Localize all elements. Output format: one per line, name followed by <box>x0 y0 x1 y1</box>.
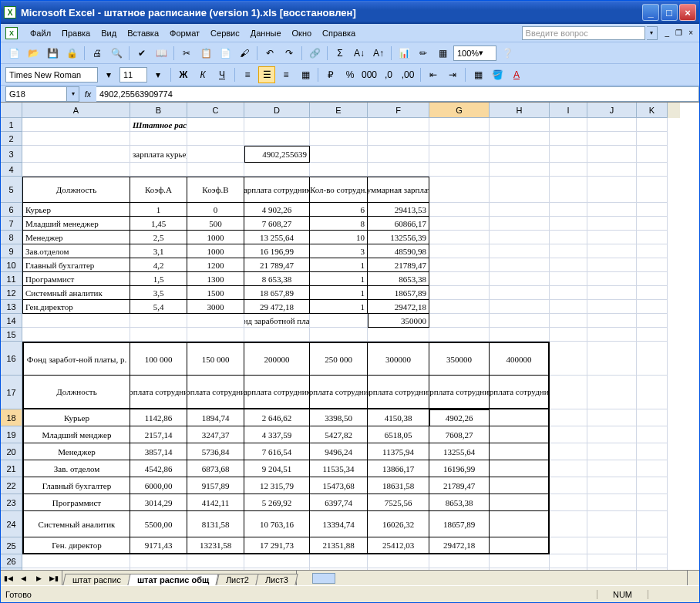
menu-edit[interactable]: Правка <box>57 27 95 39</box>
sort-desc-icon[interactable]: A↑ <box>370 45 387 62</box>
col-header-G[interactable]: G <box>429 103 490 118</box>
row-header-12[interactable]: 12 <box>1 286 22 300</box>
cell[interactable]: 1000 <box>187 244 244 258</box>
cell[interactable] <box>244 328 310 342</box>
cell[interactable] <box>637 146 668 163</box>
cell[interactable]: 4142,11 <box>187 494 244 511</box>
cell[interactable]: Менеджер <box>22 231 130 244</box>
cell[interactable]: 8 <box>310 217 368 231</box>
cell[interactable]: 250 000 <box>310 342 368 376</box>
row-header-11[interactable]: 11 <box>1 272 22 286</box>
cell[interactable]: 6 <box>310 203 368 217</box>
cell[interactable]: 1200 <box>187 258 244 272</box>
cell[interactable] <box>587 272 637 286</box>
menu-insert[interactable]: Вставка <box>123 27 163 39</box>
cell[interactable] <box>429 132 490 146</box>
cell[interactable] <box>587 231 637 244</box>
cell[interactable] <box>490 409 550 426</box>
col-header-D[interactable]: D <box>244 103 310 118</box>
cell[interactable] <box>490 146 550 163</box>
cell[interactable] <box>429 244 490 258</box>
zoom-combo[interactable]: 100% ▾ <box>453 45 496 61</box>
cell[interactable] <box>637 328 668 342</box>
row-header-25[interactable]: 25 <box>1 537 22 554</box>
cell[interactable]: 10 763,16 <box>244 511 310 537</box>
cell[interactable]: 1142,86 <box>130 409 187 426</box>
undo-icon[interactable]: ↶ <box>261 45 278 62</box>
cell[interactable]: Зав. отделом <box>22 460 130 477</box>
chart-icon[interactable]: 📊 <box>395 45 412 62</box>
cell[interactable]: Фонд заработной платы: <box>244 314 310 328</box>
cell[interactable] <box>130 568 187 570</box>
cell[interactable]: 21789,47 <box>429 477 490 494</box>
cell[interactable]: 5427,82 <box>310 426 368 443</box>
cell[interactable]: 3,5 <box>130 286 187 300</box>
col-header-E[interactable]: E <box>310 103 368 118</box>
cell[interactable] <box>368 132 429 146</box>
row-header-4[interactable]: 4 <box>1 163 22 177</box>
align-right-icon[interactable]: ≡ <box>278 66 294 83</box>
cell[interactable] <box>637 477 668 494</box>
cell[interactable] <box>550 217 587 231</box>
cell[interactable] <box>637 300 668 314</box>
align-left-icon[interactable]: ≡ <box>239 66 256 83</box>
col-header-K[interactable]: K <box>637 103 668 118</box>
cell[interactable]: 3000 <box>187 300 244 314</box>
cell[interactable] <box>587 177 637 203</box>
permission-icon[interactable]: 🔒 <box>63 45 80 62</box>
cell[interactable] <box>490 203 550 217</box>
cell[interactable] <box>637 537 668 554</box>
cell[interactable]: Ген.директор <box>22 300 130 314</box>
cell[interactable]: 1300 <box>187 272 244 286</box>
cell[interactable]: Должность <box>22 376 130 409</box>
cell[interactable]: Курьер <box>22 409 130 426</box>
cell[interactable] <box>22 163 130 177</box>
cell[interactable] <box>490 258 550 272</box>
cell[interactable]: Зарплата сотрудника <box>310 376 368 409</box>
cell[interactable] <box>587 203 637 217</box>
cell[interactable] <box>587 342 637 376</box>
cell[interactable] <box>587 568 637 570</box>
tab-prev-icon[interactable]: ◀ <box>16 571 32 585</box>
cell[interactable]: 350000 <box>429 342 490 376</box>
cell[interactable]: 3247,37 <box>187 426 244 443</box>
cell[interactable]: Фонд заработ-ной платы, р. <box>22 342 130 376</box>
outdent-icon[interactable]: ⇤ <box>425 66 442 83</box>
cell[interactable] <box>550 426 587 443</box>
minimize-button[interactable]: _ <box>642 4 659 21</box>
cell[interactable] <box>587 554 637 568</box>
cell[interactable]: Системный аналитик <box>22 286 130 300</box>
cell[interactable]: Младший менджер <box>22 426 130 443</box>
cell[interactable]: 1 <box>310 272 368 286</box>
cell[interactable] <box>368 568 429 570</box>
size-dropdown-icon[interactable]: ▾ <box>150 66 167 83</box>
col-header-H[interactable]: H <box>490 103 550 118</box>
cell[interactable] <box>490 177 550 203</box>
cell[interactable] <box>550 494 587 511</box>
cell[interactable]: 18657,89 <box>368 286 429 300</box>
copy-icon[interactable]: 📋 <box>197 45 214 62</box>
cell[interactable] <box>429 300 490 314</box>
cell[interactable] <box>490 460 550 477</box>
cell[interactable] <box>550 118 587 132</box>
cell[interactable] <box>587 118 637 132</box>
cell[interactable]: 60866,17 <box>368 217 429 231</box>
cell[interactable]: 16 196,99 <box>244 244 310 258</box>
cell[interactable] <box>587 132 637 146</box>
cell[interactable]: Программист <box>22 494 130 511</box>
cell[interactable] <box>637 511 668 537</box>
cell[interactable] <box>244 568 310 570</box>
cell[interactable] <box>22 554 130 568</box>
sort-asc-icon[interactable]: A↓ <box>351 45 368 62</box>
cell[interactable] <box>310 328 368 342</box>
cell[interactable]: 18 657,89 <box>244 286 310 300</box>
cell[interactable] <box>368 328 429 342</box>
autosum-icon[interactable]: Σ <box>331 45 348 62</box>
sheet-tab-1[interactable]: штат распис <box>62 574 130 585</box>
cell[interactable] <box>587 163 637 177</box>
cell[interactable]: 500 <box>187 217 244 231</box>
cell[interactable]: 1 <box>310 300 368 314</box>
cell[interactable]: 29472,18 <box>368 300 429 314</box>
cell[interactable] <box>187 132 244 146</box>
menu-format[interactable]: Формат <box>165 27 204 39</box>
